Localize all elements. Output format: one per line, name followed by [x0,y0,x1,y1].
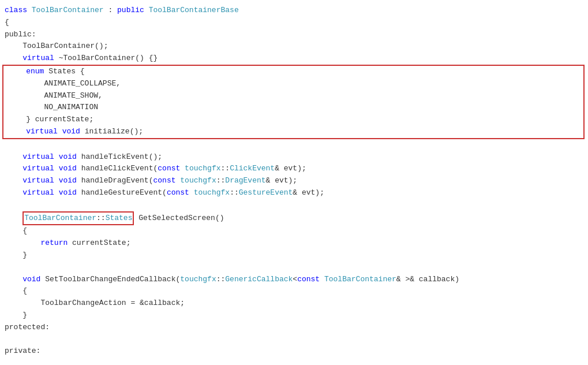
code-line-blank3 [0,262,588,274]
code-line-10: } currentState; [3,114,583,126]
code-line-3: public: [0,29,588,41]
code-line-15: virtual void handleDragEvent(const touch… [0,175,588,187]
code-line-8: ANIMATE_SHOW, [3,90,583,102]
code-line-blank1 [0,139,588,151]
code-line-24: { [0,285,588,297]
code-line-13: virtual void handleTickEvent(); [0,151,588,163]
code-line-18: ToolBarContainer::States GetSelectedScre… [0,211,588,226]
inline-highlight-states: ToolBarContainer::States [23,211,134,226]
code-container: class ToolBarContainer : public ToolBarC… [0,0,588,365]
class-name-toolbar: ToolBarContainer [32,5,104,17]
code-line-16: virtual void handleGestureEvent(const to… [0,187,588,199]
code-line-blank2 [0,199,588,211]
code-line-blank4 [0,334,588,346]
code-line-11: virtual void initialize(); [3,126,583,138]
code-line-5: virtual ~ToolBarContainer() {} [0,53,588,65]
code-line-29: private: [0,345,588,357]
code-line-19: { [0,225,588,237]
highlight-box-enum: enum States { ANIMATE_COLLAPSE, ANIMATE_… [2,65,585,139]
code-line-2: { [0,17,588,29]
code-line-blank5 [0,357,588,365]
code-line-4: ToolBarContainer(); [0,40,588,53]
code-line-23: void SetToolbarChangeEndedCallback(touch… [0,274,588,286]
code-line-14: virtual void handleClickEvent(const touc… [0,163,588,175]
code-line-20: return currentState; [0,237,588,249]
keyword-class: class [5,5,32,17]
code-line-21: } [0,249,588,262]
code-line-9: NO_ANIMATION [3,102,583,114]
code-line-26: } [0,310,588,322]
code-line-1: class ToolBarContainer : public ToolBarC… [0,5,588,17]
code-line-7: ANIMATE_COLLAPSE, [3,78,583,90]
code-line-6: enum States { [3,66,583,78]
code-line-27: protected: [0,322,588,334]
code-line-25: ToolbarChangeAction = &callback; [0,297,588,310]
